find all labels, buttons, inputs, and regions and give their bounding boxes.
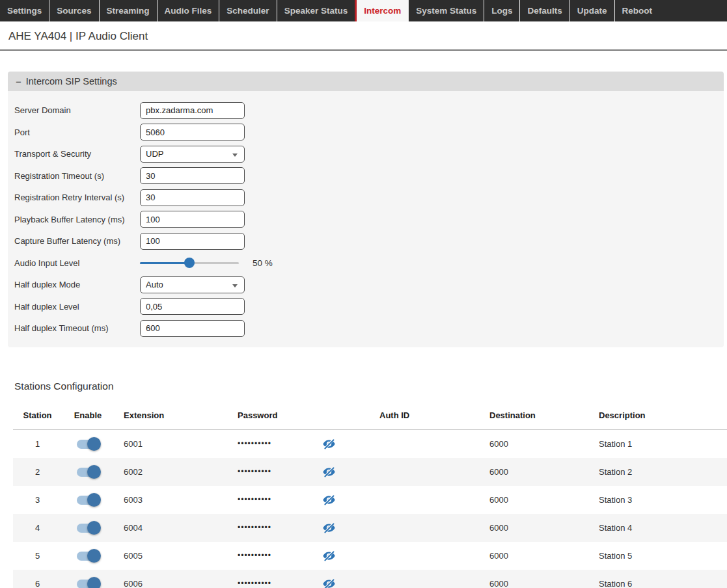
station-number: 4 <box>13 523 62 533</box>
tab-streaming[interactable]: Streaming <box>99 0 157 21</box>
registration-retry-interval-field[interactable] <box>140 189 245 206</box>
station-row-5: 5 6005 •••••••••• 6000 Station 5 <box>13 542 727 570</box>
audio-input-level-value: 50 % <box>253 258 273 268</box>
enable-toggle[interactable] <box>77 496 99 505</box>
destination-value[interactable]: 6000 <box>475 523 586 533</box>
col-header-auth-id: Auth ID <box>351 410 475 420</box>
sip-settings-panel-body: Server Domain Port Transport & Security … <box>8 91 724 347</box>
password-value[interactable]: •••••••••• <box>228 523 306 532</box>
station-row-3: 3 6003 •••••••••• 6000 Station 3 <box>13 486 727 514</box>
eye-slash-icon[interactable] <box>306 493 351 507</box>
half-duplex-mode-value: Auto <box>146 280 163 289</box>
form-row: Playback Buffer Latency (ms) <box>14 209 724 231</box>
description-value[interactable]: Station 6 <box>586 579 727 588</box>
col-header-station: Station <box>13 410 62 420</box>
form-row: Registration Retry Interval (s) <box>14 187 724 209</box>
minus-icon[interactable]: − <box>16 77 21 87</box>
form-row: Half duplex Mode Auto <box>14 274 724 296</box>
extension-value[interactable]: 6005 <box>114 551 228 561</box>
description-value[interactable]: Station 3 <box>586 495 727 505</box>
station-row-2: 2 6002 •••••••••• 6000 Station 2 <box>13 458 727 486</box>
extension-value[interactable]: 6003 <box>114 495 228 505</box>
sip-settings-panel-header[interactable]: − Intercom SIP Settings <box>8 72 724 91</box>
col-header-enable: Enable <box>62 410 114 420</box>
sip-settings-panel-title: Intercom SIP Settings <box>26 76 117 87</box>
destination-value[interactable]: 6000 <box>475 579 586 588</box>
description-value[interactable]: Station 2 <box>586 467 727 477</box>
form-row: Port <box>14 122 724 144</box>
capture-buffer-latency-label: Capture Buffer Latency (ms) <box>14 236 140 246</box>
port-field[interactable] <box>140 124 245 140</box>
registration-timeout-field[interactable] <box>140 167 245 184</box>
tab-intercom[interactable]: Intercom <box>355 0 408 21</box>
enable-toggle[interactable] <box>77 440 99 449</box>
port-label: Port <box>14 127 140 137</box>
extension-value[interactable]: 6006 <box>114 579 228 588</box>
slider-thumb[interactable] <box>184 258 195 268</box>
server-domain-label: Server Domain <box>14 105 140 115</box>
eye-slash-icon[interactable] <box>306 465 351 479</box>
tab-speaker-status[interactable]: Speaker Status <box>277 0 355 21</box>
destination-value[interactable]: 6000 <box>475 439 586 449</box>
form-row: Half duplex Timeout (ms) <box>14 317 724 340</box>
capture-buffer-latency-field[interactable] <box>140 233 245 250</box>
station-number: 3 <box>13 495 62 505</box>
tab-scheduler[interactable]: Scheduler <box>219 0 276 21</box>
audio-input-level-control: 50 % <box>140 258 273 268</box>
half-duplex-level-field[interactable] <box>140 298 245 315</box>
eye-slash-icon[interactable] <box>306 437 351 451</box>
half-duplex-timeout-field[interactable] <box>140 320 245 337</box>
destination-value[interactable]: 6000 <box>475 467 586 477</box>
audio-input-level-slider[interactable] <box>140 262 239 264</box>
tab-logs[interactable]: Logs <box>484 0 519 21</box>
eye-slash-icon[interactable] <box>306 577 351 588</box>
enable-toggle[interactable] <box>77 524 99 533</box>
extension-value[interactable]: 6004 <box>114 523 228 533</box>
half-duplex-mode-label: Half duplex Mode <box>14 280 140 289</box>
password-value[interactable]: •••••••••• <box>228 579 306 588</box>
extension-value[interactable]: 6001 <box>114 439 228 449</box>
station-number: 6 <box>13 579 62 588</box>
destination-value[interactable]: 6000 <box>475 495 586 505</box>
extension-value[interactable]: 6002 <box>114 467 228 477</box>
enable-toggle[interactable] <box>77 468 99 477</box>
stations-table: Station Enable Extension Password Auth I… <box>13 401 727 588</box>
half-duplex-timeout-label: Half duplex Timeout (ms) <box>14 323 140 333</box>
stations-table-header: Station Enable Extension Password Auth I… <box>13 401 727 430</box>
stations-configuration-title: Stations Configuration <box>14 381 727 392</box>
description-value[interactable]: Station 1 <box>586 439 727 449</box>
destination-value[interactable]: 6000 <box>475 551 586 561</box>
enable-toggle[interactable] <box>77 580 99 588</box>
transport-security-value: UDP <box>146 149 163 159</box>
tab-settings[interactable]: Settings <box>0 0 49 21</box>
tab-audio-files[interactable]: Audio Files <box>157 0 219 21</box>
tab-update[interactable]: Update <box>569 0 614 21</box>
eye-slash-icon[interactable] <box>306 521 351 535</box>
playback-buffer-latency-label: Playback Buffer Latency (ms) <box>14 215 140 224</box>
password-value[interactable]: •••••••••• <box>228 495 306 504</box>
playback-buffer-latency-field[interactable] <box>140 211 245 228</box>
tab-sources[interactable]: Sources <box>49 0 98 21</box>
half-duplex-mode-select[interactable]: Auto <box>140 276 245 293</box>
form-row: Capture Buffer Latency (ms) <box>14 230 724 252</box>
password-value[interactable]: •••••••••• <box>228 467 306 476</box>
audio-input-level-label: Audio Input Level <box>14 258 140 268</box>
form-row: Audio Input Level 50 % <box>14 252 724 274</box>
enable-toggle[interactable] <box>77 552 99 561</box>
transport-security-select[interactable]: UDP <box>140 146 245 163</box>
password-value[interactable]: •••••••••• <box>228 439 306 448</box>
password-value[interactable]: •••••••••• <box>228 551 306 560</box>
server-domain-field[interactable] <box>140 102 245 119</box>
description-value[interactable]: Station 5 <box>586 551 727 561</box>
eye-slash-icon[interactable] <box>306 549 351 563</box>
col-header-destination: Destination <box>475 410 586 420</box>
half-duplex-level-label: Half duplex Level <box>14 302 140 312</box>
registration-timeout-label: Registration Timeout (s) <box>14 171 140 181</box>
col-header-description: Description <box>586 410 727 420</box>
description-value[interactable]: Station 4 <box>586 523 727 533</box>
tab-defaults[interactable]: Defaults <box>519 0 569 21</box>
tab-system-status[interactable]: System Status <box>408 0 484 21</box>
chevron-down-icon <box>232 284 238 287</box>
top-nav: Settings Sources Streaming Audio Files S… <box>0 0 727 21</box>
tab-reboot[interactable]: Reboot <box>614 0 660 21</box>
